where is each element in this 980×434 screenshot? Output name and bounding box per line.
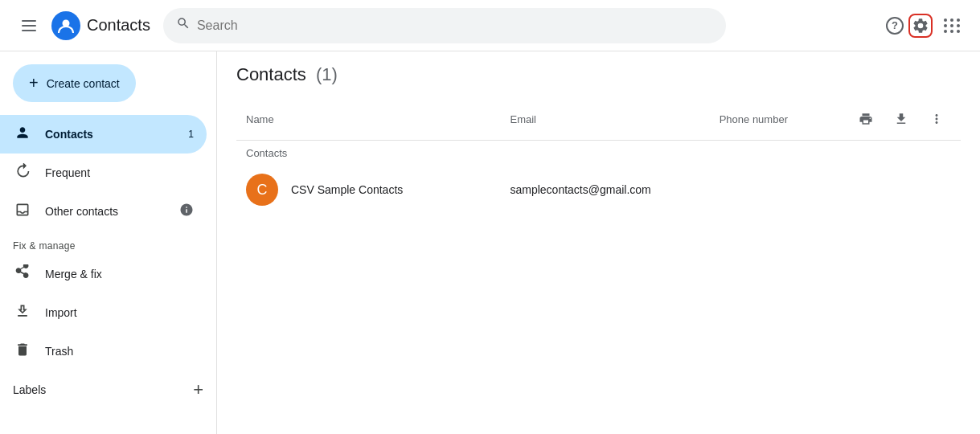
app-logo-icon bbox=[51, 11, 80, 40]
fix-manage-section-label: Fix & manage bbox=[0, 231, 216, 255]
inbox-icon bbox=[13, 202, 32, 222]
search-bar[interactable] bbox=[163, 8, 726, 43]
create-contact-button[interactable]: + Create contact bbox=[13, 64, 136, 102]
create-contact-label: Create contact bbox=[47, 77, 120, 90]
search-input[interactable] bbox=[197, 18, 713, 33]
svg-rect-1 bbox=[22, 25, 36, 27]
sidebar-item-trash[interactable]: Trash bbox=[0, 332, 207, 371]
col-email: Email bbox=[500, 98, 709, 141]
merge-icon bbox=[13, 264, 32, 285]
sidebar: + Create contact Contacts 1 Frequent Oth… bbox=[0, 51, 217, 434]
col-actions bbox=[842, 98, 961, 141]
sidebar-item-import[interactable]: Import bbox=[0, 293, 207, 332]
contacts-nav-badge: 1 bbox=[188, 129, 194, 140]
trash-icon bbox=[13, 342, 32, 362]
contact-email: samplecontacts@gmail.com bbox=[500, 166, 709, 214]
other-contacts-nav-label: Other contacts bbox=[45, 205, 118, 218]
import-icon bbox=[13, 303, 32, 323]
plus-icon: + bbox=[29, 74, 39, 92]
contact-name: CSV Sample Contacts bbox=[291, 183, 403, 196]
apps-button[interactable] bbox=[937, 12, 967, 39]
settings-button[interactable] bbox=[908, 14, 933, 38]
contacts-title: Contacts bbox=[236, 64, 306, 84]
help-button[interactable]: ? bbox=[886, 17, 904, 35]
svg-rect-0 bbox=[22, 20, 36, 22]
section-label: Contacts bbox=[236, 141, 961, 166]
info-icon bbox=[179, 203, 194, 220]
contact-row-actions bbox=[842, 166, 961, 214]
contact-name-cell: C CSV Sample Contacts bbox=[236, 166, 500, 214]
sidebar-item-contacts[interactable]: Contacts 1 bbox=[0, 115, 207, 154]
frequent-nav-label: Frequent bbox=[45, 166, 90, 179]
add-label-button[interactable]: + bbox=[193, 381, 203, 399]
app-logo: Contacts bbox=[51, 11, 150, 40]
header: Contacts ? bbox=[0, 0, 980, 51]
labels-label: Labels bbox=[13, 383, 46, 396]
merge-fix-label: Merge & fix bbox=[45, 268, 102, 280]
layout: + Create contact Contacts 1 Frequent Oth… bbox=[0, 51, 980, 434]
contacts-nav-label: Contacts bbox=[45, 128, 93, 141]
trash-label: Trash bbox=[45, 345, 73, 358]
person-icon bbox=[13, 125, 32, 145]
table-row[interactable]: C CSV Sample Contacts samplecontacts@gma… bbox=[236, 166, 961, 214]
import-label: Import bbox=[45, 306, 77, 319]
svg-rect-2 bbox=[22, 30, 36, 31]
contact-phone bbox=[710, 166, 842, 214]
col-name: Name bbox=[236, 98, 500, 141]
labels-section: Labels + bbox=[0, 371, 216, 409]
menu-icon[interactable] bbox=[13, 10, 45, 42]
sidebar-item-merge-fix[interactable]: Merge & fix bbox=[0, 255, 207, 293]
contacts-section-row: Contacts bbox=[236, 141, 961, 166]
col-phone: Phone number bbox=[710, 98, 842, 141]
export-button[interactable] bbox=[887, 104, 916, 133]
history-icon bbox=[13, 163, 32, 183]
print-button[interactable] bbox=[851, 104, 880, 133]
avatar: C bbox=[246, 174, 278, 206]
main-content: Contacts (1) Name Email Phone number bbox=[217, 51, 980, 434]
header-actions: ? bbox=[886, 12, 967, 39]
main-title: Contacts (1) bbox=[236, 64, 961, 85]
app-name: Contacts bbox=[87, 16, 150, 35]
search-icon bbox=[176, 16, 191, 35]
sidebar-item-other-contacts[interactable]: Other contacts bbox=[0, 192, 207, 231]
more-options-button[interactable] bbox=[922, 104, 951, 133]
contacts-table: Name Email Phone number bbox=[236, 98, 961, 214]
contacts-count: (1) bbox=[316, 64, 338, 84]
sidebar-item-frequent[interactable]: Frequent bbox=[0, 154, 207, 192]
